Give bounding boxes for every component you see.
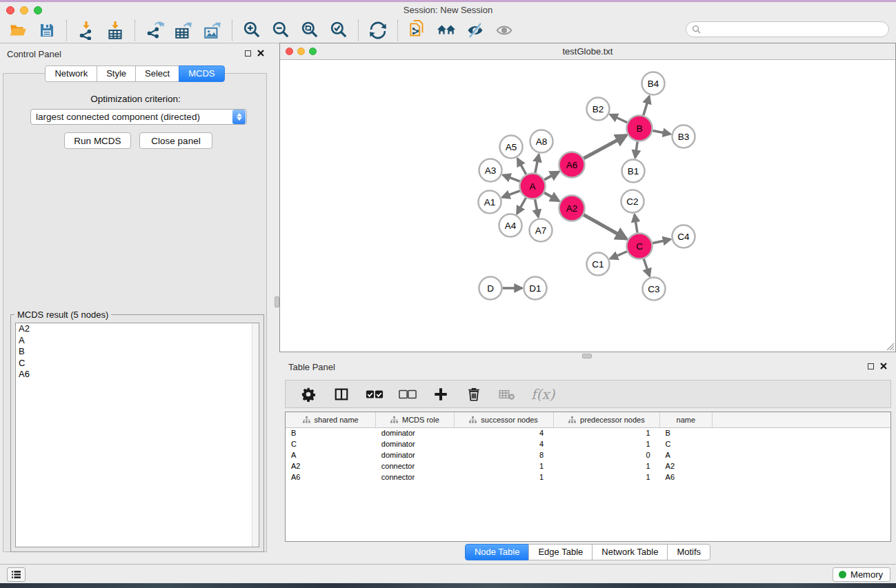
table-cell[interactable]: connector bbox=[376, 472, 454, 483]
column-header-MCDS-role[interactable]: MCDS role bbox=[376, 412, 454, 427]
tab-node-table[interactable]: Node Table bbox=[465, 544, 530, 560]
zoom-fit-icon[interactable] bbox=[300, 21, 319, 40]
tab-edge-table[interactable]: Edge Table bbox=[528, 544, 593, 560]
memory-button[interactable]: Memory bbox=[833, 567, 890, 582]
table-splitter-handle[interactable] bbox=[582, 354, 592, 358]
function-builder-icon[interactable]: f(x) bbox=[531, 386, 555, 403]
graph-node-A4[interactable]: A4 bbox=[499, 214, 522, 237]
toolbar-search[interactable] bbox=[686, 21, 889, 37]
table-cell[interactable]: A bbox=[286, 449, 376, 460]
graph-node-B[interactable]: B bbox=[627, 116, 653, 141]
mcds-result-item[interactable]: A2 bbox=[16, 323, 259, 335]
run-mcds-button[interactable]: Run MCDS bbox=[64, 132, 131, 149]
add-column-icon[interactable] bbox=[432, 385, 450, 403]
table-row[interactable]: A2connector11A2 bbox=[286, 460, 890, 472]
export-image-icon[interactable] bbox=[203, 21, 222, 40]
column-header-predecessor-nodes[interactable]: predecessor nodes bbox=[553, 412, 659, 427]
graph-node-C3[interactable]: C3 bbox=[643, 278, 666, 301]
table-cell[interactable]: 1 bbox=[553, 460, 659, 472]
window-resize-grip[interactable] bbox=[885, 341, 895, 351]
network-canvas[interactable]: AA1A2A3A4A5A6A7A8BB1B2B3B4CC1C2C3C4DD1 bbox=[280, 60, 895, 352]
table-row[interactable]: Adominator80A bbox=[286, 449, 890, 460]
column-header-shared-name[interactable]: shared name bbox=[286, 412, 376, 427]
close-panel-icon[interactable] bbox=[257, 50, 264, 57]
graph-node-D1[interactable]: D1 bbox=[524, 277, 547, 300]
zoom-selected-icon[interactable] bbox=[329, 21, 348, 40]
table-cell[interactable]: 4 bbox=[454, 427, 553, 438]
graph-node-A5[interactable]: A5 bbox=[500, 136, 523, 159]
deselect-all-columns-icon[interactable] bbox=[399, 385, 417, 403]
table-cell[interactable]: 8 bbox=[454, 449, 553, 460]
graph-node-A7[interactable]: A7 bbox=[530, 219, 552, 242]
toggle-column-view-icon[interactable] bbox=[332, 385, 350, 403]
table-cell[interactable]: C bbox=[660, 438, 713, 449]
table-cell[interactable]: B bbox=[286, 427, 376, 438]
tab-mcds[interactable]: MCDS bbox=[179, 65, 224, 82]
graph-node-C1[interactable]: C1 bbox=[587, 253, 610, 276]
graph-node-A2[interactable]: A2 bbox=[559, 196, 585, 221]
criterion-select[interactable]: largest connected component (directed) bbox=[30, 109, 247, 125]
table-float-panel-icon[interactable] bbox=[868, 363, 874, 369]
select-all-columns-icon[interactable] bbox=[366, 385, 384, 403]
column-header-name[interactable]: name bbox=[660, 412, 713, 427]
graph-node-B1[interactable]: B1 bbox=[622, 160, 645, 183]
refresh-layout-icon[interactable] bbox=[368, 21, 388, 40]
graph-node-A[interactable]: A bbox=[520, 174, 546, 199]
table-cell[interactable]: 1 bbox=[454, 460, 553, 472]
import-table-icon[interactable] bbox=[106, 21, 125, 40]
graph-node-B4[interactable]: B4 bbox=[642, 72, 665, 95]
table-row[interactable]: A6connector11A6 bbox=[286, 472, 890, 483]
tab-select[interactable]: Select bbox=[135, 65, 179, 82]
graph-node-D[interactable]: D bbox=[479, 277, 502, 300]
show-panels-list-button[interactable] bbox=[7, 567, 26, 582]
graph-node-A6[interactable]: A6 bbox=[559, 152, 585, 178]
export-table-icon[interactable] bbox=[174, 21, 193, 40]
close-panel-button[interactable]: Close panel bbox=[139, 132, 212, 149]
table-cell[interactable]: A2 bbox=[660, 460, 713, 472]
panel-splitter-handle[interactable] bbox=[275, 296, 279, 307]
table-cell[interactable]: C bbox=[286, 438, 376, 449]
table-cell[interactable]: 0 bbox=[553, 449, 659, 460]
duplicate-network-icon[interactable] bbox=[408, 21, 427, 40]
table-cell[interactable]: dominator bbox=[376, 449, 454, 460]
graph-node-C2[interactable]: C2 bbox=[621, 190, 644, 213]
graph-node-B3[interactable]: B3 bbox=[673, 125, 695, 148]
table-cell[interactable]: A bbox=[660, 449, 713, 460]
table-cell[interactable]: A6 bbox=[286, 472, 376, 483]
tab-network[interactable]: Network bbox=[45, 65, 97, 82]
graph-node-C4[interactable]: C4 bbox=[673, 225, 695, 248]
mcds-list-scrollbar[interactable] bbox=[252, 323, 259, 547]
tab-network-table[interactable]: Network Table bbox=[592, 544, 668, 560]
table-cell[interactable]: B bbox=[660, 427, 713, 438]
mcds-result-item[interactable]: A6 bbox=[16, 369, 259, 381]
table-settings-icon[interactable] bbox=[299, 385, 317, 403]
graph-node-B2[interactable]: B2 bbox=[587, 98, 610, 121]
graph-node-A1[interactable]: A1 bbox=[479, 191, 501, 214]
home-icon[interactable] bbox=[437, 21, 456, 40]
table-cell[interactable]: 1 bbox=[454, 472, 553, 483]
open-session-icon[interactable] bbox=[8, 21, 28, 40]
import-network-icon[interactable] bbox=[77, 21, 96, 40]
table-cell[interactable]: 4 bbox=[454, 438, 553, 449]
float-panel-icon[interactable] bbox=[245, 50, 251, 57]
table-cell[interactable]: 1 bbox=[553, 427, 659, 438]
tab-style[interactable]: Style bbox=[97, 65, 136, 82]
mcds-result-list[interactable]: A2ABCA6 bbox=[15, 323, 259, 547]
export-network-icon[interactable] bbox=[145, 21, 164, 40]
save-session-icon[interactable] bbox=[37, 21, 57, 40]
table-cell[interactable]: dominator bbox=[376, 438, 454, 449]
tab-motifs[interactable]: Motifs bbox=[667, 544, 710, 560]
table-row[interactable]: Bdominator41B bbox=[286, 427, 890, 438]
table-cell[interactable]: 1 bbox=[553, 472, 659, 483]
show-graphics-details-icon[interactable] bbox=[495, 21, 514, 40]
hide-graphics-details-icon[interactable] bbox=[466, 21, 485, 40]
zoom-out-icon[interactable] bbox=[271, 21, 290, 40]
table-cell[interactable]: 1 bbox=[553, 438, 659, 449]
table-cell[interactable]: dominator bbox=[376, 427, 454, 438]
table-row[interactable]: Cdominator41C bbox=[286, 438, 890, 449]
table-cell[interactable]: A2 bbox=[286, 460, 376, 472]
table-close-panel-icon[interactable] bbox=[880, 363, 887, 369]
zoom-in-icon[interactable] bbox=[242, 21, 261, 40]
delete-column-icon[interactable] bbox=[465, 385, 483, 403]
graph-node-A3[interactable]: A3 bbox=[479, 159, 502, 182]
